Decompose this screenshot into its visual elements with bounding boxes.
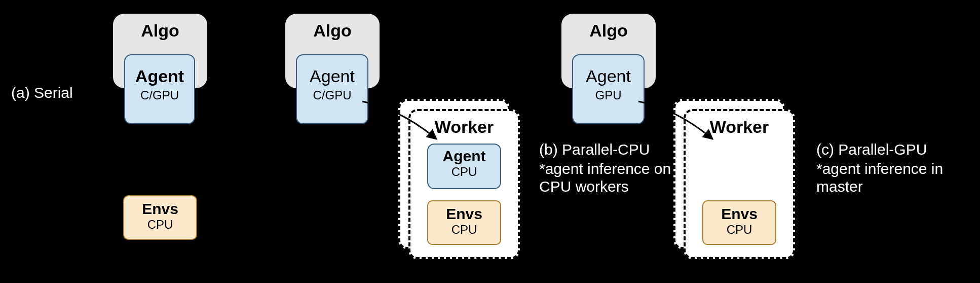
envs-title: Envs bbox=[124, 200, 196, 218]
envs-box-c: Envs CPU bbox=[702, 200, 776, 245]
caption-b-line1: (b) Parallel-CPU bbox=[539, 141, 650, 159]
agent-box-c-master: Agent GPU bbox=[572, 54, 645, 124]
arrow-c bbox=[636, 99, 717, 145]
caption-c-line1: (c) Parallel-GPU bbox=[816, 141, 927, 159]
agent-title: Agent bbox=[125, 66, 194, 86]
caption-c-line2: *agent inference in master bbox=[816, 160, 968, 195]
envs-title: Envs bbox=[428, 205, 500, 223]
agent-title: Agent bbox=[428, 148, 500, 165]
agent-sub: C/GPU bbox=[297, 88, 367, 102]
envs-title: Envs bbox=[703, 205, 775, 223]
envs-box-a: Envs CPU bbox=[123, 195, 197, 240]
agent-title: Agent bbox=[297, 66, 367, 86]
arrow-b bbox=[360, 99, 441, 145]
agent-box-b-worker: Agent CPU bbox=[427, 144, 501, 189]
caption-a: (a) Serial bbox=[11, 84, 73, 102]
agent-sub: CPU bbox=[428, 165, 500, 179]
caption-b-line2: *agent inference on CPU workers bbox=[539, 160, 691, 195]
agent-sub: C/GPU bbox=[125, 88, 194, 102]
envs-sub: CPU bbox=[428, 223, 500, 237]
envs-sub: CPU bbox=[703, 223, 775, 237]
agent-box-b-master: Agent C/GPU bbox=[296, 54, 368, 124]
algo-label: Algo bbox=[561, 21, 656, 41]
sampler-label: Sampler bbox=[296, 164, 364, 184]
algo-label: Algo bbox=[113, 21, 207, 41]
agent-title: Agent bbox=[573, 66, 644, 86]
envs-sub: CPU bbox=[124, 218, 196, 232]
agent-sub: GPU bbox=[573, 88, 644, 102]
agent-box-a: Agent C/GPU bbox=[124, 54, 195, 124]
envs-box-b: Envs CPU bbox=[427, 200, 501, 245]
sampler-label: Sampler bbox=[105, 147, 215, 166]
algo-label: Algo bbox=[285, 21, 380, 41]
